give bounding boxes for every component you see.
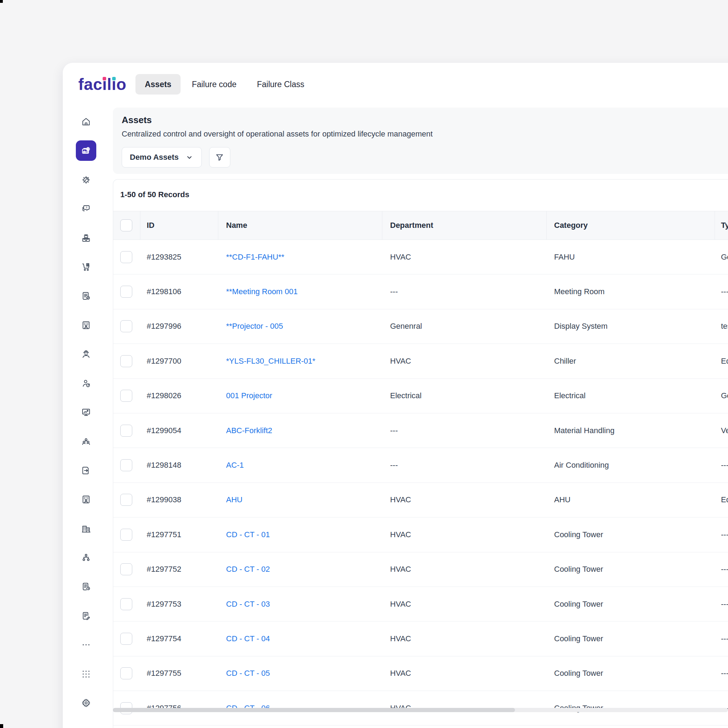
asset-name-link[interactable]: 001 Projector xyxy=(226,391,272,400)
asset-name-link[interactable]: *YLS-FL30_CHILLER-01* xyxy=(226,356,315,366)
table-body: #1293825**CD-F1-FAHU**HVACFAHUGe#1298106… xyxy=(113,240,728,725)
row-checkbox[interactable] xyxy=(120,355,132,367)
row-checkbox[interactable] xyxy=(120,494,132,506)
cell-department: Genenral xyxy=(382,322,547,331)
cell-department: --- xyxy=(382,287,547,296)
row-checkbox[interactable] xyxy=(120,667,132,679)
row-checkbox[interactable] xyxy=(120,633,132,645)
filter-button[interactable] xyxy=(209,147,230,168)
sidebar-item-home[interactable] xyxy=(76,112,96,132)
row-checkbox-cell xyxy=(113,633,141,645)
cell-category: Meeting Room xyxy=(547,287,715,296)
column-header-ty: Ty xyxy=(715,211,728,240)
sidebar-item-settings[interactable] xyxy=(76,693,96,713)
top-bar: facılıo AssetsFailure codeFailure Class xyxy=(78,74,314,95)
row-checkbox[interactable] xyxy=(120,459,132,471)
sidebar-item-teams[interactable] xyxy=(76,431,96,451)
asset-name-link[interactable]: CD - CT - 02 xyxy=(226,565,270,574)
tab-failure-code[interactable]: Failure code xyxy=(183,74,246,95)
row-checkbox[interactable] xyxy=(120,320,132,332)
asset-name-link[interactable]: ABC-Forklift2 xyxy=(226,426,272,435)
cell-id: #1298148 xyxy=(141,460,218,470)
page-header-panel: Assets Centralized control and oversight… xyxy=(113,107,728,174)
select-all-cell xyxy=(113,211,141,240)
table-row[interactable]: #1297751CD - CT - 01HVACCooling Tower--- xyxy=(113,517,728,552)
cell-type: Eq xyxy=(715,495,728,505)
teams-icon xyxy=(81,436,91,447)
visitors-icon xyxy=(81,494,91,505)
sidebar-item-inventory[interactable] xyxy=(76,228,96,248)
workforce-icon xyxy=(81,349,91,359)
svg-text:?: ? xyxy=(86,206,87,209)
cell-type: Eq xyxy=(715,356,728,366)
row-checkbox[interactable] xyxy=(120,598,132,610)
asset-name-link[interactable]: CD - CT - 05 xyxy=(226,669,270,678)
row-checkbox-cell xyxy=(113,563,141,575)
sidebar-item-approvals[interactable] xyxy=(76,286,96,306)
sidebar-item-scheduled-docs[interactable] xyxy=(76,577,96,597)
sidebar-item-facilities[interactable] xyxy=(76,518,96,539)
view-selector-button[interactable]: Demo Assets xyxy=(122,147,202,168)
sidebar-item-workforce[interactable] xyxy=(76,344,96,364)
sidebar-item-more[interactable] xyxy=(76,635,96,655)
sidebar-item-vendors[interactable] xyxy=(76,373,96,394)
row-checkbox[interactable] xyxy=(120,286,132,298)
asset-name-link[interactable]: AC-1 xyxy=(226,460,244,470)
inventory-icon xyxy=(81,233,91,243)
horizontal-scrollbar-track[interactable] xyxy=(113,708,728,712)
table-row[interactable]: #1298026001 ProjectorElectricalElectrica… xyxy=(113,379,728,413)
sidebar-item-apps[interactable] xyxy=(76,664,96,684)
cell-department: HVAC xyxy=(382,356,547,366)
table-row[interactable]: #1297996**Projector - 005GenenralDisplay… xyxy=(113,309,728,344)
table-row[interactable]: #1299038AHUHVACAHUEq xyxy=(113,483,728,517)
row-checkbox[interactable] xyxy=(120,390,132,402)
sidebar-item-org-chart[interactable] xyxy=(76,548,96,568)
cell-type: --- xyxy=(715,634,728,643)
cell-name: **CD-F1-FAHU** xyxy=(218,252,382,262)
cell-category: Cooling Tower xyxy=(547,669,715,678)
logo-i-dot xyxy=(102,77,106,80)
asset-name-link[interactable]: **Projector - 005 xyxy=(226,322,283,330)
select-all-checkbox[interactable] xyxy=(120,219,132,231)
table-row[interactable]: #1297755CD - CT - 05HVACCooling Tower--- xyxy=(113,656,728,691)
asset-name-link[interactable]: **Meeting Room 001 xyxy=(226,287,298,296)
sidebar-item-help-chat[interactable]: ? xyxy=(76,199,96,219)
row-checkbox[interactable] xyxy=(120,563,132,575)
table-row[interactable]: #1297752CD - CT - 02HVACCooling Tower--- xyxy=(113,552,728,587)
row-checkbox[interactable] xyxy=(120,425,132,437)
column-header-category: Category xyxy=(547,211,715,240)
analytics-icon xyxy=(81,407,91,418)
sidebar-item-tenants[interactable] xyxy=(76,315,96,335)
sidebar-item-transfers[interactable] xyxy=(76,460,96,481)
table-row[interactable]: #1297754CD - CT - 04HVACCooling Tower--- xyxy=(113,621,728,656)
sidebar-item-maintenance[interactable] xyxy=(76,170,96,190)
row-checkbox-cell xyxy=(113,425,141,437)
sidebar-item-notes[interactable] xyxy=(76,606,96,626)
sidebar-item-visitors[interactable] xyxy=(76,489,96,510)
table-row[interactable]: #1293825**CD-F1-FAHU**HVACFAHUGe xyxy=(113,240,728,274)
help-chat-icon: ? xyxy=(81,203,91,214)
table-row[interactable]: #1298148AC-1---Air Conditioning--- xyxy=(113,448,728,483)
table-row[interactable]: #1297700*YLS-FL30_CHILLER-01*HVACChiller… xyxy=(113,344,728,378)
asset-name-link[interactable]: CD - CT - 01 xyxy=(226,530,270,539)
sidebar-nav: ? xyxy=(76,0,96,728)
asset-name-link[interactable]: CD - CT - 04 xyxy=(226,634,270,643)
sidebar-item-procurement[interactable] xyxy=(76,257,96,277)
table-row[interactable]: #1299054ABC-Forklift2---Material Handlin… xyxy=(113,413,728,448)
cell-category: Cooling Tower xyxy=(547,530,715,539)
cell-name: CD - CT - 05 xyxy=(218,669,382,678)
table-row[interactable]: #1297753CD - CT - 03HVACCooling Tower--- xyxy=(113,587,728,621)
table-row[interactable]: #1298106**Meeting Room 001---Meeting Roo… xyxy=(113,274,728,309)
approvals-icon xyxy=(81,291,91,301)
tab-assets[interactable]: Assets xyxy=(135,74,180,95)
row-checkbox[interactable] xyxy=(120,529,132,541)
asset-name-link[interactable]: **CD-F1-FAHU** xyxy=(226,252,284,262)
column-header-name: Name xyxy=(218,211,382,240)
asset-name-link[interactable]: CD - CT - 03 xyxy=(226,600,270,609)
tab-failure-class[interactable]: Failure Class xyxy=(248,74,313,95)
sidebar-item-assets[interactable] xyxy=(76,141,96,161)
asset-name-link[interactable]: AHU xyxy=(226,495,242,504)
sidebar-item-analytics[interactable] xyxy=(76,402,96,422)
row-checkbox[interactable] xyxy=(120,251,132,263)
horizontal-scrollbar-thumb[interactable] xyxy=(113,708,515,712)
